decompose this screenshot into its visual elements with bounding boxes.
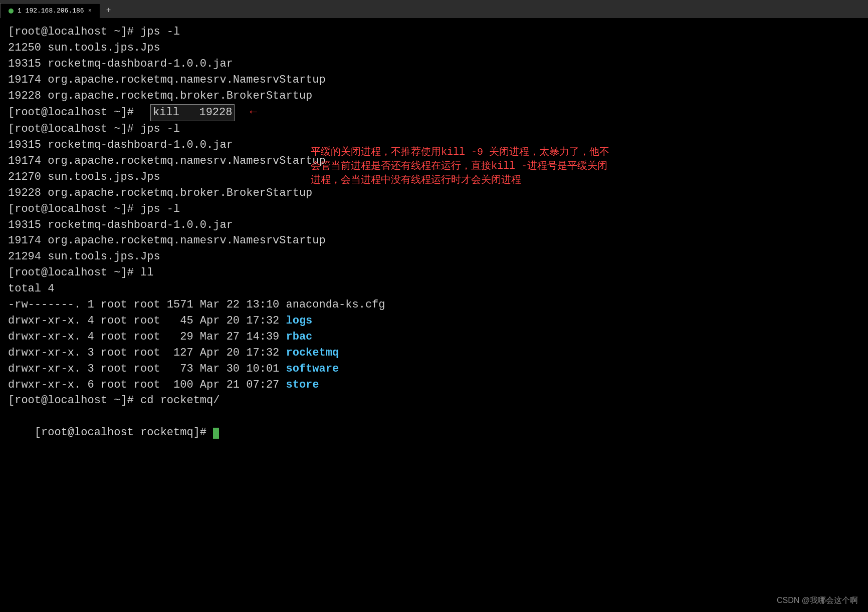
terminal-line: [root@localhost ~]# ll <box>8 265 860 281</box>
terminal-line: [root@localhost ~]# jps -l <box>8 121 860 137</box>
tab-status-dot <box>9 9 14 14</box>
terminal-line: drwxr-xr-x. 4 root root 45 Apr 20 17:32 … <box>8 313 860 329</box>
terminal-line: [root@localhost ~]# cd rocketmq/ <box>8 393 860 409</box>
terminal-line: [root@localhost ~]# jps -l <box>8 201 860 217</box>
tab-active[interactable]: 1 192.168.206.186 × <box>0 3 100 18</box>
dir-store: store <box>286 379 319 391</box>
terminal-line: drwxr-xr-x. 3 root root 73 Mar 30 10:01 … <box>8 361 860 377</box>
terminal-line: [root@localhost ~]# jps -l <box>8 24 860 40</box>
kill-command: kill 19228 <box>150 104 235 121</box>
terminal-line: 19228 org.apache.rocketmq.broker.BrokerS… <box>8 185 860 201</box>
terminal-line: 21250 sun.tools.jps.Jps <box>8 40 860 56</box>
terminal-line: 19174 org.apache.rocketmq.namesrv.Namesr… <box>8 233 860 249</box>
annotation-box: 平缓的关闭进程，不推荐使用kill -9 关闭进程，太暴力了，他不 会管当前进程… <box>311 145 662 187</box>
arrow-icon: ← <box>250 104 257 121</box>
kill-line: [root@localhost ~]# kill 19228 ← <box>8 104 860 121</box>
tab-label: 1 192.168.206.186 <box>18 7 84 15</box>
terminal-line: 19315 rocketmq-dashboard-1.0.0.jar <box>8 217 860 233</box>
cursor-line: [root@localhost rocketmq]# <box>8 409 860 457</box>
dir-rbac: rbac <box>286 331 313 343</box>
annotation-text-1: 平缓的关闭进程，不推荐使用kill -9 关闭进程，太暴力了，他不 <box>311 146 609 158</box>
terminal-line: drwxr-xr-x. 3 root root 127 Apr 20 17:32… <box>8 345 860 361</box>
annotation-text-3: 进程，会当进程中没有线程运行时才会关闭进程 <box>311 174 521 186</box>
terminal-line: 19228 org.apache.rocketmq.broker.BrokerS… <box>8 88 860 104</box>
terminal-line: 19315 rocketmq-dashboard-1.0.0.jar <box>8 56 860 72</box>
annotation-text-2: 会管当前进程是否还有线程在运行，直接kill -进程号是平缓关闭 <box>311 160 607 172</box>
tab-bar: 1 192.168.206.186 × + <box>0 0 868 18</box>
dir-rocketmq: rocketmq <box>286 347 339 359</box>
terminal-line: 21294 sun.tools.jps.Jps <box>8 249 860 265</box>
terminal-line: total 4 <box>8 281 860 297</box>
tab-close-button[interactable]: × <box>88 8 92 15</box>
dir-software: software <box>286 363 339 375</box>
terminal-line: drwxr-xr-x. 6 root root 100 Apr 21 07:27… <box>8 377 860 393</box>
terminal-line: 19174 org.apache.rocketmq.namesrv.Namesr… <box>8 72 860 88</box>
new-tab-button[interactable]: + <box>100 3 117 18</box>
watermark: CSDN @我哪会这个啊 <box>777 594 858 606</box>
terminal-line: -rw-------. 1 root root 1571 Mar 22 13:1… <box>8 297 860 313</box>
terminal-window: [root@localhost ~]# jps -l 21250 sun.too… <box>0 18 868 612</box>
dir-logs: logs <box>286 315 313 327</box>
terminal-line: drwxr-xr-x. 4 root root 29 Mar 27 14:39 … <box>8 329 860 345</box>
terminal-cursor <box>213 428 219 439</box>
